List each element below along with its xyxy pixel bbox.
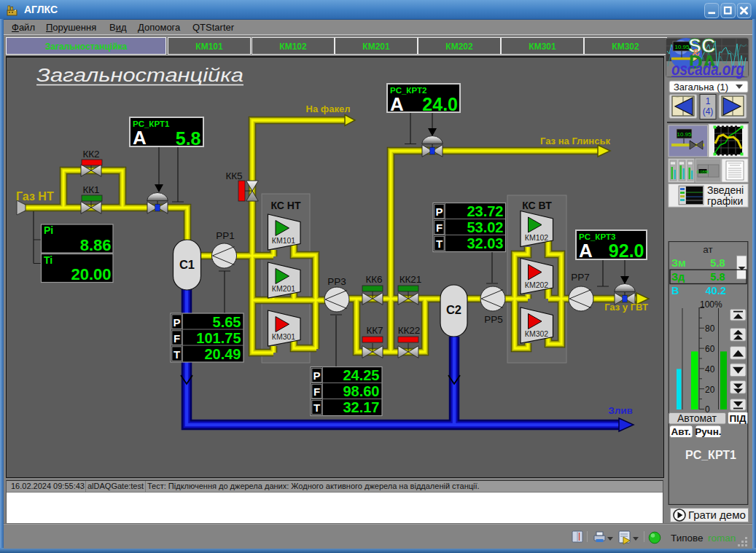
svg-text:На факел: На факел xyxy=(306,103,351,114)
svg-text:Автомат: Автомат xyxy=(677,412,717,424)
svg-text:5.65: 5.65 xyxy=(213,314,241,330)
svg-text:ат: ат xyxy=(703,244,712,255)
svg-text:20.49: 20.49 xyxy=(204,346,241,362)
svg-text:(4): (4) xyxy=(703,106,714,117)
svg-text:КК7: КК7 xyxy=(366,325,383,336)
svg-text:92.0: 92.0 xyxy=(609,240,644,261)
svg-text:roman: roman xyxy=(708,533,736,544)
svg-text:20.00: 20.00 xyxy=(71,265,111,283)
svg-text:КМ301: КМ301 xyxy=(272,332,296,341)
svg-text:PP5: PP5 xyxy=(484,314,503,325)
svg-text:10.95: 10.95 xyxy=(677,131,692,138)
svg-text:КК2: КК2 xyxy=(82,149,99,160)
svg-text:10.95: 10.95 xyxy=(674,44,690,50)
svg-text:С1: С1 xyxy=(179,258,195,271)
svg-text:1: 1 xyxy=(706,96,711,106)
svg-text:Зд: Зд xyxy=(671,271,685,283)
svg-text:40: 40 xyxy=(705,364,715,374)
svg-text:КК5: КК5 xyxy=(225,170,242,181)
svg-text:5.8: 5.8 xyxy=(710,271,725,283)
svg-text:PP3: PP3 xyxy=(327,276,346,287)
svg-text:Ручн.: Ручн. xyxy=(695,426,721,437)
svg-text:Загальностанційка: Загальностанційка xyxy=(36,65,243,85)
svg-text:P: P xyxy=(435,205,443,218)
svg-text:F: F xyxy=(174,332,180,345)
svg-text:Загальна (1): Загальна (1) xyxy=(674,82,728,93)
svg-text:КМ201: КМ201 xyxy=(272,284,296,293)
svg-text:КМ302: КМ302 xyxy=(525,329,549,338)
svg-text:24.25: 24.25 xyxy=(343,367,379,383)
svg-text:8.86: 8.86 xyxy=(80,236,112,254)
svg-text:oscada.org: oscada.org xyxy=(671,59,744,79)
svg-text:5.8: 5.8 xyxy=(176,128,201,149)
svg-text:F: F xyxy=(436,221,443,234)
svg-text:5.8: 5.8 xyxy=(710,257,725,269)
svg-text:60: 60 xyxy=(705,344,715,354)
svg-text:КС ВТ: КС ВТ xyxy=(522,200,552,211)
svg-text:T: T xyxy=(436,238,443,250)
svg-text:24.0: 24.0 xyxy=(422,94,458,114)
svg-text:PC_КРТ1: PC_КРТ1 xyxy=(685,449,736,461)
svg-text:40.2: 40.2 xyxy=(706,285,726,297)
svg-text:КК22: КК22 xyxy=(398,325,421,336)
svg-text:Ti: Ti xyxy=(44,254,52,266)
svg-text:Газ у ГВТ: Газ у ГВТ xyxy=(604,302,648,313)
svg-text:32.03: 32.03 xyxy=(467,235,503,251)
svg-text:КК6: КК6 xyxy=(365,274,382,285)
svg-text:ПІД: ПІД xyxy=(729,413,746,424)
svg-text:20: 20 xyxy=(705,385,715,395)
svg-text:Газ НТ: Газ НТ xyxy=(16,190,54,203)
svg-text:КМ202: КМ202 xyxy=(525,281,549,289)
svg-text:P: P xyxy=(173,316,180,329)
svg-text:PP7: PP7 xyxy=(571,272,590,283)
svg-text:0.0886: 0.0886 xyxy=(697,170,709,174)
svg-text:Зм: Зм xyxy=(671,257,686,269)
svg-text:98.60: 98.60 xyxy=(343,383,379,399)
svg-text:Зведені: Зведені xyxy=(707,184,744,196)
svg-text:Газ на Глинськ: Газ на Глинськ xyxy=(540,136,610,146)
svg-text:В: В xyxy=(671,285,679,297)
svg-text:53.02: 53.02 xyxy=(467,219,503,235)
svg-text:Злив: Злив xyxy=(608,405,633,416)
svg-text:T: T xyxy=(313,401,320,414)
svg-text:А: А xyxy=(133,127,147,149)
svg-text:F: F xyxy=(313,385,320,398)
svg-text:КМ101: КМ101 xyxy=(272,236,296,245)
svg-text:Типове: Типове xyxy=(671,533,704,544)
svg-text:КМ102: КМ102 xyxy=(525,233,549,242)
svg-text:Авт.: Авт. xyxy=(671,426,690,437)
svg-text:23.72: 23.72 xyxy=(467,203,503,219)
svg-text:Pi: Pi xyxy=(44,224,53,236)
svg-text:P: P xyxy=(313,369,320,382)
svg-text:С2: С2 xyxy=(446,303,461,316)
svg-text:101.75: 101.75 xyxy=(196,330,241,346)
svg-text:КС НТ: КС НТ xyxy=(270,200,300,211)
svg-text:КК21: КК21 xyxy=(400,274,422,285)
svg-text:80: 80 xyxy=(705,323,715,334)
svg-text:PP1: PP1 xyxy=(216,230,235,241)
svg-text:А: А xyxy=(579,240,593,262)
svg-text:T: T xyxy=(174,348,180,361)
svg-text:Грати демо: Грати демо xyxy=(688,509,746,521)
svg-text:32.17: 32.17 xyxy=(343,399,379,415)
svg-text:А: А xyxy=(390,93,404,115)
svg-text:графіки: графіки xyxy=(707,195,743,207)
svg-text:КК1: КК1 xyxy=(82,184,99,195)
